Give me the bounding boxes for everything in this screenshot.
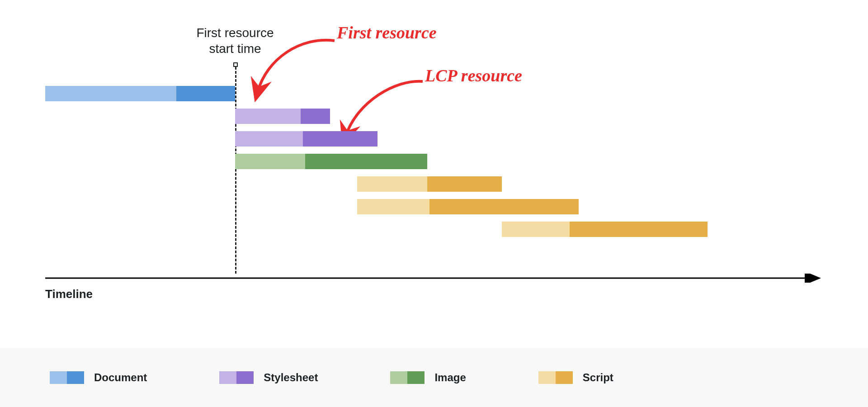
legend-item-document: Document [50, 371, 147, 384]
bar-segment-light [357, 199, 429, 214]
bar-document [45, 86, 235, 101]
bar-segment-dark [429, 199, 579, 214]
legend-swatch-icon [219, 371, 254, 384]
bar-segment-light [357, 176, 427, 192]
annotation-lcp-resource: LCP resource [425, 66, 522, 85]
bar-stylesheet [235, 109, 330, 124]
bar-script [357, 176, 502, 192]
legend-item-stylesheet: Stylesheet [219, 371, 318, 384]
axis-label: Timeline [45, 287, 93, 301]
annotation-first-resource: First resource [337, 23, 437, 43]
marker-dashed-line [235, 67, 236, 274]
legend-swatch-icon [390, 371, 425, 384]
bar-script [357, 199, 579, 214]
timeline-axis [45, 274, 823, 283]
legend: DocumentStylesheetImageScript [0, 348, 868, 407]
bar-segment-light [235, 131, 303, 147]
bar-segment-light [45, 86, 176, 101]
marker-label: First resource start time [185, 25, 285, 57]
bar-segment-dark [570, 222, 708, 237]
bar-segment-light [235, 154, 305, 169]
waterfall-diagram: First resource start time First resource… [45, 27, 823, 317]
axis-line-icon [45, 274, 823, 283]
bar-segment-dark [301, 109, 330, 124]
legend-item-script: Script [538, 371, 613, 384]
legend-swatch-icon [538, 371, 573, 384]
bar-segment-dark [303, 131, 377, 147]
legend-label: Image [434, 371, 466, 384]
bar-image [235, 154, 427, 169]
bar-script [502, 222, 708, 237]
legend-label: Script [583, 371, 613, 384]
legend-item-image: Image [390, 371, 466, 384]
bar-segment-dark [176, 86, 235, 101]
legend-label: Stylesheet [264, 371, 318, 384]
diagram-canvas: First resource start time First resource… [0, 0, 868, 407]
bar-segment-light [502, 222, 570, 237]
marker-handle-icon [233, 62, 238, 67]
bar-segment-dark [427, 176, 502, 192]
bar-segment-dark [305, 154, 427, 169]
bar-stylesheet [235, 131, 377, 147]
bar-segment-light [235, 109, 301, 124]
legend-swatch-icon [50, 371, 84, 384]
legend-label: Document [94, 371, 147, 384]
